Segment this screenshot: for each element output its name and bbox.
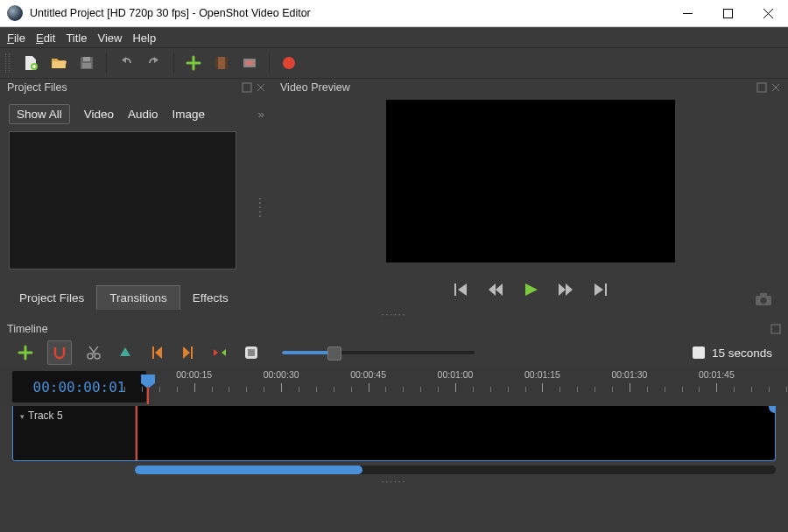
timeline-title: Timeline (7, 323, 48, 335)
ruler-label: 00:01:45 (699, 369, 735, 380)
zoom-scale-icon (693, 346, 705, 359)
svg-rect-6 (215, 57, 218, 69)
menu-title[interactable]: Title (66, 32, 87, 45)
svg-rect-21 (147, 387, 149, 404)
app-icon (7, 5, 23, 21)
tab-transitions[interactable]: Transitions (96, 285, 180, 310)
snapshot-button[interactable] (755, 292, 772, 309)
maximize-button[interactable] (707, 0, 748, 26)
svg-rect-3 (83, 57, 90, 61)
undock-icon[interactable] (756, 82, 767, 93)
svg-rect-11 (243, 83, 251, 92)
vertical-scroll-thumb[interactable] (769, 406, 776, 413)
redo-button[interactable] (144, 52, 165, 74)
pane-splitter[interactable]: ······ (0, 310, 788, 320)
ruler-label: 00:00:15 (176, 369, 212, 380)
play-button[interactable] (523, 282, 538, 300)
save-project-button[interactable] (76, 52, 97, 74)
menu-help[interactable]: Help (132, 32, 156, 45)
video-preview[interactable] (386, 100, 675, 262)
playhead[interactable] (139, 373, 157, 407)
track-label: Track 5 (28, 410, 63, 422)
close-panel-icon[interactable] (770, 82, 781, 93)
tab-project-files[interactable]: Project Files (7, 286, 96, 310)
undock-icon[interactable] (770, 324, 781, 334)
fullscreen-button[interactable] (239, 52, 260, 74)
menu-view[interactable]: View (97, 32, 122, 45)
add-track-button[interactable] (16, 343, 35, 362)
project-files-title: Project Files (7, 81, 67, 94)
timeline-toolbar: 15 seconds (0, 338, 788, 368)
fast-forward-button[interactable] (558, 282, 573, 300)
titlebar: Untitled Project [HD 720p 30 fps] - Open… (0, 0, 788, 27)
track-header[interactable]: ▾Track 5 (13, 406, 136, 460)
filter-audio[interactable]: Audio (128, 108, 158, 121)
choose-profile-button[interactable] (211, 52, 232, 74)
horizontal-scrollbar[interactable] (135, 466, 776, 474)
next-marker-button[interactable] (179, 343, 198, 362)
ruler-label: 00:00:45 (350, 369, 386, 380)
prev-marker-button[interactable] (147, 343, 166, 362)
center-playhead-button[interactable] (210, 343, 229, 362)
timeline-settings-button[interactable] (242, 343, 261, 362)
menu-edit[interactable]: Edit (36, 32, 55, 45)
svg-rect-16 (771, 325, 780, 333)
svg-rect-12 (757, 83, 766, 92)
main-toolbar (0, 47, 788, 79)
svg-rect-4 (82, 63, 91, 68)
menubar: File Edit Title View Help (0, 28, 788, 47)
filter-video[interactable]: Video (84, 108, 114, 121)
ruler-label: 00:01:30 (611, 369, 647, 380)
zoom-label: 15 seconds (712, 346, 772, 360)
svg-point-10 (283, 57, 295, 69)
tab-effects[interactable]: Effects (180, 286, 241, 310)
pane-resize-handle[interactable] (259, 131, 264, 284)
snap-button[interactable] (47, 340, 72, 365)
zoom-slider[interactable] (282, 351, 475, 354)
transport-controls (453, 282, 609, 300)
zoom-slider-knob[interactable] (327, 346, 341, 360)
filter-more-icon[interactable]: » (257, 108, 264, 121)
filter-image[interactable]: Image (172, 108, 206, 121)
timecode-display[interactable]: 00:00:00:01 (12, 371, 146, 402)
svg-rect-7 (225, 57, 228, 69)
svg-point-15 (761, 298, 767, 304)
undock-icon[interactable] (242, 82, 252, 93)
close-panel-icon[interactable] (256, 82, 266, 93)
chevron-down-icon[interactable]: ▾ (20, 412, 25, 421)
close-button[interactable] (748, 0, 788, 26)
toolbar-handle[interactable] (5, 53, 10, 73)
project-file-thumbnail[interactable] (9, 131, 236, 270)
undo-button[interactable] (116, 52, 137, 74)
filter-row: Show All Video Audio Image » (0, 96, 273, 131)
rewind-button[interactable] (488, 282, 503, 300)
video-preview-title: Video Preview (280, 81, 350, 94)
import-files-button[interactable] (183, 52, 204, 74)
svg-rect-0 (723, 9, 732, 18)
jump-end-button[interactable] (593, 282, 609, 300)
ruler-label: 00:01:00 (438, 369, 474, 380)
timeline-ruler[interactable]: 00:00:1500:00:3000:00:4500:01:0000:01:15… (146, 368, 776, 406)
add-marker-button[interactable] (116, 343, 135, 362)
filter-show-all[interactable]: Show All (9, 104, 70, 124)
svg-rect-9 (245, 60, 254, 66)
minimize-button[interactable] (667, 0, 707, 26)
menu-file[interactable]: File (7, 32, 25, 45)
svg-rect-14 (760, 293, 767, 297)
razor-button[interactable] (84, 343, 103, 362)
export-video-button[interactable] (278, 52, 299, 74)
ruler-label: 00:01:15 (524, 369, 560, 380)
horizontal-scroll-thumb[interactable] (135, 466, 362, 474)
pane-splitter[interactable]: ······ (0, 477, 788, 487)
new-project-button[interactable] (20, 52, 41, 74)
jump-start-button[interactable] (453, 282, 468, 300)
window-title: Untitled Project [HD 720p 30 fps] - Open… (30, 7, 667, 19)
playhead-line (136, 406, 137, 460)
tracks-area[interactable]: ▾Track 5 (12, 406, 776, 461)
open-project-button[interactable] (48, 52, 69, 74)
ruler-label: 00:00:30 (264, 369, 299, 380)
svg-rect-20 (248, 349, 255, 356)
